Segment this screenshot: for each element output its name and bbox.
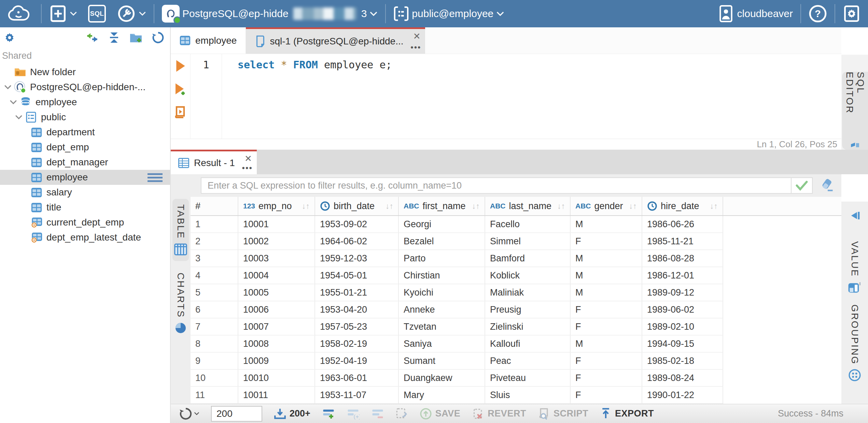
cell[interactable]: 10003	[238, 250, 315, 267]
cell[interactable]: 10004	[238, 267, 315, 284]
cell[interactable]: Saniya	[399, 336, 485, 353]
close-icon[interactable]: ✕	[244, 153, 252, 164]
tree-item-title[interactable]: title	[0, 200, 170, 215]
cell[interactable]: Simmel	[485, 233, 571, 250]
cell[interactable]: F	[571, 318, 642, 336]
column-header-birth_date[interactable]: birth_date↓↑	[315, 197, 399, 215]
tree-item-current-dept-emp[interactable]: current_dept_emp	[0, 215, 170, 230]
tree-item-public[interactable]: public	[0, 110, 170, 125]
tree-item-new-folder[interactable]: New folder	[0, 65, 170, 80]
driver-tools-button[interactable]	[111, 0, 152, 27]
cell[interactable]: 10007	[238, 318, 315, 336]
cell[interactable]: F	[571, 387, 642, 404]
cell[interactable]: Parto	[399, 250, 485, 267]
cell[interactable]: 1989-06-02	[642, 301, 723, 318]
add-row-button[interactable]	[322, 408, 335, 420]
cell[interactable]: 1959-12-03	[315, 250, 399, 267]
cell[interactable]: Georgi	[399, 216, 485, 233]
item-menu-icon[interactable]	[148, 173, 163, 185]
cell[interactable]: 1989-02-10	[642, 318, 723, 336]
tab-sql-editor[interactable]: sql-1 (PostgreSQL@ep-hidde... ✕ •••	[246, 27, 425, 54]
chevron-down-icon[interactable]	[13, 115, 25, 120]
cell[interactable]: 10	[191, 370, 238, 387]
chevron-down-icon[interactable]	[8, 100, 19, 105]
cell[interactable]: Sluis	[485, 387, 571, 404]
cell[interactable]: 1985-02-18	[642, 353, 723, 370]
cell[interactable]: 1952-04-19	[315, 353, 399, 370]
chevron-down-icon[interactable]	[2, 85, 14, 90]
cell[interactable]: 1963-06-01	[315, 370, 399, 387]
tree-item-dept-emp[interactable]: dept_emp	[0, 140, 170, 155]
column-header-last_name[interactable]: ABClast_name↓↑	[485, 197, 571, 215]
sort-icon[interactable]: ↓↑	[468, 202, 480, 211]
cell[interactable]: 3	[191, 250, 238, 267]
tree-item-dept-emp-latest-date[interactable]: dept_emp_latest_date	[0, 230, 170, 245]
cell[interactable]: 1994-09-15	[642, 336, 723, 353]
cell[interactable]: 10006	[238, 301, 315, 318]
cell[interactable]: 1958-02-19	[315, 336, 399, 353]
save-button[interactable]: SAVE	[420, 408, 461, 420]
cell[interactable]: 6	[191, 301, 238, 318]
tree-item-postgresql-ep-hidden-[interactable]: PostgreSQL@ep-hidden-...	[0, 80, 170, 95]
cell[interactable]: F	[571, 301, 642, 318]
column-header-gender[interactable]: ABCgender↓↑	[571, 197, 642, 215]
cell[interactable]: 1954-05-01	[315, 267, 399, 284]
tab-menu-icon[interactable]: •••	[242, 163, 253, 173]
tab-grouping-panel[interactable]: GROUPING	[847, 299, 863, 387]
cell[interactable]: F	[571, 233, 642, 250]
tree-item-dept-manager[interactable]: dept_manager	[0, 155, 170, 170]
execute-new-tab-button[interactable]	[174, 82, 187, 97]
cell[interactable]: Kyoichi	[399, 284, 485, 301]
clear-filter-button[interactable]	[820, 178, 835, 193]
cell[interactable]: Preusig	[485, 301, 571, 318]
cell[interactable]: 5	[191, 284, 238, 301]
cell[interactable]: Sumant	[399, 353, 485, 370]
cell[interactable]: Bamford	[485, 250, 571, 267]
cell[interactable]: 7	[191, 318, 238, 336]
cell[interactable]: Kalloufi	[485, 336, 571, 353]
column-header-hire_date[interactable]: hire_date↓↑	[642, 197, 723, 215]
sort-icon[interactable]: ↓↑	[706, 202, 718, 211]
refresh-tree-button[interactable]	[152, 31, 165, 44]
cell[interactable]: 10002	[238, 233, 315, 250]
cell[interactable]: Facello	[485, 216, 571, 233]
collapse-all-button[interactable]	[108, 31, 120, 44]
settings-button[interactable]	[837, 0, 868, 27]
cloudbeaver-logo[interactable]	[0, 0, 39, 27]
tree-item-department[interactable]: department	[0, 125, 170, 140]
tab-result-1[interactable]: Result - 1 ✕ •••	[171, 150, 257, 174]
cell[interactable]: Zielinski	[485, 318, 571, 336]
sync-connection-button[interactable]	[85, 31, 99, 44]
cell[interactable]: 1	[191, 216, 238, 233]
tab-employee[interactable]: employee	[171, 27, 246, 54]
connection-selector[interactable]: PostgreSQL@ep-hidde3	[156, 0, 383, 27]
cell[interactable]: Mary	[399, 387, 485, 404]
cell[interactable]: 10011	[238, 387, 315, 404]
cell[interactable]: 9	[191, 353, 238, 370]
tab-charts-presentation[interactable]: CHARTS	[173, 267, 188, 340]
cell[interactable]: Piveteau	[485, 370, 571, 387]
cell[interactable]: 1955-01-21	[315, 284, 399, 301]
help-button[interactable]: ?	[803, 0, 832, 27]
duplicate-row-button[interactable]: (+)	[347, 408, 360, 420]
result-grid[interactable]: #123emp_no↓↑birth_date↓↑ABCfirst_name↓↑A…	[191, 197, 841, 404]
cell[interactable]: 10008	[238, 336, 315, 353]
cell[interactable]: 1957-05-23	[315, 318, 399, 336]
cell[interactable]: 1953-04-20	[315, 301, 399, 318]
cell[interactable]: 10009	[238, 353, 315, 370]
tab-sql-editor-panel[interactable]: SQL EDITOR	[842, 72, 868, 150]
cell[interactable]: M	[571, 250, 642, 267]
cell[interactable]: Chirstian	[399, 267, 485, 284]
fetch-size-input[interactable]	[211, 406, 262, 422]
sql-editor-button[interactable]: SQL	[83, 0, 111, 27]
cell[interactable]: 1953-11-07	[315, 387, 399, 404]
sort-icon[interactable]: ↓↑	[298, 202, 310, 211]
cell[interactable]: F	[571, 370, 642, 387]
column-header-num[interactable]: #	[191, 197, 238, 215]
cell[interactable]: 1986-06-26	[642, 216, 723, 233]
cell[interactable]: 10010	[238, 370, 315, 387]
tab-menu-icon[interactable]: •••	[410, 43, 421, 52]
tab-table-presentation[interactable]: TABLE	[172, 199, 189, 261]
new-connection-button[interactable]	[44, 0, 83, 27]
cell[interactable]: Tzvetan	[399, 318, 485, 336]
